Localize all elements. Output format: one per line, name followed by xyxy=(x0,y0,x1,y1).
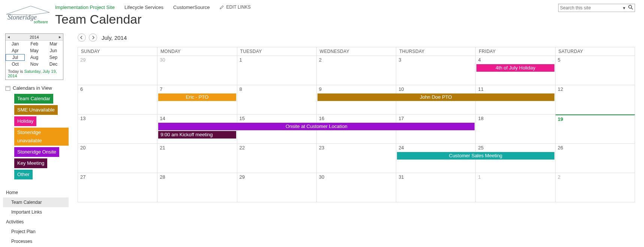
month-sep[interactable]: Sep xyxy=(44,54,63,61)
day-cell[interactable]: 19 xyxy=(556,114,635,144)
nav-team-calendar[interactable]: Team Calendar xyxy=(3,197,69,207)
month-aug[interactable]: Aug xyxy=(25,54,44,61)
legend-stoneridge-unavailable[interactable]: Stoneridge unavailable xyxy=(14,128,69,146)
svg-rect-5 xyxy=(6,86,10,87)
day-cell[interactable]: 5 xyxy=(556,56,635,85)
day-cell[interactable]: 24Customer Sales Meeting xyxy=(396,144,476,173)
day-cell[interactable]: 1 xyxy=(237,56,317,85)
month-jul[interactable]: Jul xyxy=(6,54,25,61)
dayheader-wednesday: WEDNESDAY xyxy=(317,47,396,56)
day-number: 17 xyxy=(398,116,473,121)
year-picker: ◄ 2014 ► JanFebMarAprMayJunJulAugSepOctN… xyxy=(5,33,63,80)
legend-sme-unavailable[interactable]: SME Unavailable xyxy=(14,105,58,115)
day-cell[interactable]: 3 xyxy=(396,56,476,85)
nav-important-links[interactable]: Important Links xyxy=(3,207,69,217)
day-number: 23 xyxy=(319,145,394,151)
prev-month-button[interactable] xyxy=(78,33,86,42)
day-cell[interactable]: 2 xyxy=(556,173,635,202)
nav-customersource[interactable]: CustomerSource xyxy=(173,5,210,10)
month-mar[interactable]: Mar xyxy=(44,41,63,47)
day-cell[interactable]: 29 xyxy=(78,56,157,85)
day-cell[interactable]: 22 xyxy=(237,144,317,173)
nav-processes[interactable]: Processes xyxy=(3,236,69,246)
prev-year-icon[interactable]: ◄ xyxy=(6,35,12,39)
day-cell[interactable]: 20 xyxy=(78,144,157,173)
day-cell[interactable]: 12 xyxy=(556,85,635,114)
dayheader-saturday: SATURDAY xyxy=(556,47,635,56)
nav-home[interactable]: Home xyxy=(3,188,69,197)
month-label: July, 2014 xyxy=(102,35,127,41)
logo[interactable]: Stoneridge software xyxy=(4,3,51,24)
search-input[interactable] xyxy=(560,5,620,11)
month-oct[interactable]: Oct xyxy=(6,61,25,68)
day-cell[interactable]: 18 xyxy=(476,114,555,144)
day-number: 29 xyxy=(80,57,155,63)
edit-links[interactable]: EDIT LINKS xyxy=(220,5,251,10)
day-number: 12 xyxy=(558,86,632,92)
arrow-left-icon xyxy=(80,36,84,39)
day-cell[interactable]: 9John Doe PTO xyxy=(317,85,396,114)
event-4th-of-july-holiday[interactable]: 4th of July Holiday xyxy=(476,64,554,72)
day-cell[interactable]: 28 xyxy=(157,173,237,202)
calendars-in-view-header: Calendars in View xyxy=(5,85,69,91)
legend-holiday[interactable]: Holiday xyxy=(14,116,36,126)
day-cell[interactable]: 14Onsite at Customer Location9:00 am Kic… xyxy=(157,114,237,144)
day-cell[interactable]: 30 xyxy=(157,56,237,85)
day-cell[interactable]: 44th of July Holiday xyxy=(476,56,555,85)
day-number: 26 xyxy=(558,145,632,151)
nav-project-plan[interactable]: Project Plan xyxy=(3,227,69,236)
search-scope-dropdown-icon[interactable]: ▼ xyxy=(622,6,626,10)
day-number: 14 xyxy=(160,116,234,121)
event-customer-sales-meeting[interactable]: Customer Sales Meeting xyxy=(397,152,554,160)
day-cell[interactable]: 31 xyxy=(396,173,476,202)
day-number: 10 xyxy=(398,86,473,92)
day-cell[interactable]: 8 xyxy=(237,85,317,114)
day-cell[interactable]: 2 xyxy=(317,56,396,85)
month-nov[interactable]: Nov xyxy=(25,61,44,68)
month-may[interactable]: May xyxy=(25,47,44,54)
day-cell[interactable]: 6 xyxy=(78,85,157,114)
next-month-button[interactable] xyxy=(89,33,97,42)
day-cell[interactable]: 30 xyxy=(317,173,396,202)
nav-implementation[interactable]: Implementation Project Site xyxy=(55,5,115,10)
month-jan[interactable]: Jan xyxy=(6,41,25,47)
day-number: 22 xyxy=(240,145,314,151)
search-icon[interactable] xyxy=(628,5,633,11)
day-number: 8 xyxy=(240,86,314,92)
legend-other[interactable]: Other xyxy=(14,170,33,179)
day-number: 31 xyxy=(398,174,473,180)
legend-stoneridge-onsite[interactable]: Stoneridge Onsite xyxy=(14,147,59,157)
month-apr[interactable]: Apr xyxy=(6,47,25,54)
day-cell[interactable]: 7Eric - PTO xyxy=(157,85,237,114)
day-number: 3 xyxy=(398,57,473,63)
day-number: 30 xyxy=(319,174,394,180)
event-9-00-am-kickoff-meeting[interactable]: 9:00 am Kickoff meeting xyxy=(158,131,236,139)
day-cell[interactable]: 21 xyxy=(157,144,237,173)
nav-lifecycle-services[interactable]: Lifecycle Services xyxy=(124,5,163,10)
day-number: 21 xyxy=(160,145,234,151)
svg-line-3 xyxy=(631,8,633,9)
event-onsite-at-customer-location[interactable]: Onsite at Customer Location xyxy=(158,123,475,130)
day-number: 24 xyxy=(398,145,473,151)
month-feb[interactable]: Feb xyxy=(25,41,44,47)
month-jun[interactable]: Jun xyxy=(44,47,63,54)
next-year-icon[interactable]: ► xyxy=(57,35,63,39)
day-number: 29 xyxy=(240,174,314,180)
year-label: 2014 xyxy=(30,35,39,39)
day-number: 7 xyxy=(160,86,234,92)
event-eric-pto[interactable]: Eric - PTO xyxy=(158,93,236,101)
day-cell[interactable]: 29 xyxy=(237,173,317,202)
day-cell[interactable]: 23 xyxy=(317,144,396,173)
legend-key-meeting[interactable]: Key Meeting xyxy=(14,158,47,168)
nav-activities[interactable]: Activities xyxy=(3,217,69,227)
month-dec[interactable]: Dec xyxy=(44,61,63,68)
day-cell[interactable]: 26 xyxy=(556,144,635,173)
day-cell[interactable]: 13 xyxy=(78,114,157,144)
day-cell[interactable]: 1 xyxy=(476,173,555,202)
legend-team-calendar[interactable]: Team Calendar xyxy=(14,94,53,104)
day-number: 5 xyxy=(558,57,632,63)
search-box[interactable]: ▼ xyxy=(558,4,635,12)
day-cell[interactable]: 27 xyxy=(78,173,157,202)
event-john-doe-pto[interactable]: John Doe PTO xyxy=(318,93,554,101)
dayheader-friday: FRIDAY xyxy=(476,47,555,56)
